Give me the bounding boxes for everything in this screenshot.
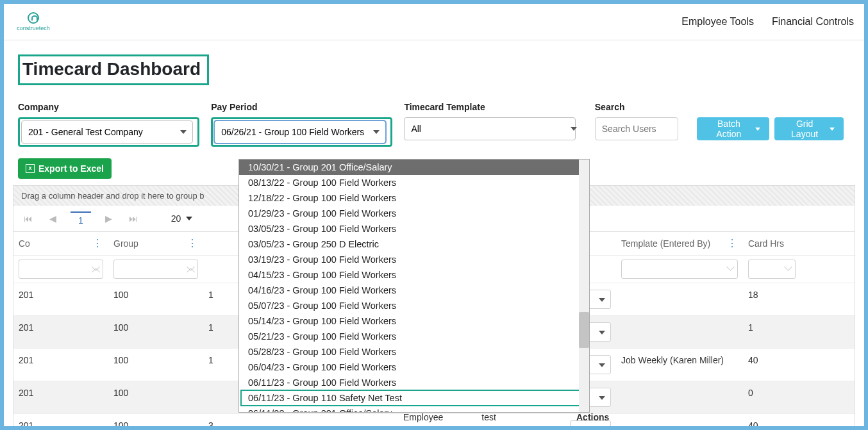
filter-group[interactable]	[113, 260, 198, 279]
cell-group: 100	[108, 414, 203, 430]
cell-hidden: 3	[203, 414, 565, 430]
cell-group: 100	[108, 283, 203, 315]
cell-hrs: 40	[743, 349, 801, 381]
column-menu-icon[interactable]: ⋮	[92, 241, 103, 246]
export-excel-button[interactable]: x Export to Excel	[18, 158, 112, 179]
pay-period-option[interactable]: 04/15/23 - Group 100 Field Workers	[239, 267, 589, 283]
pay-period-option[interactable]: 05/07/23 - Group 100 Field Workers	[239, 298, 589, 313]
pay-period-option[interactable]: 03/05/23 - Group 250 D Electric	[239, 236, 589, 252]
cell-group: 100	[108, 381, 203, 413]
batch-action-button[interactable]: Batch Action	[697, 117, 769, 140]
top-nav: Employee Tools Financial Controls	[681, 16, 854, 28]
nav-financial-controls[interactable]: Financial Controls	[772, 16, 854, 28]
top-bar: construetech Employee Tools Financial Co…	[4, 4, 864, 40]
logo: construetech	[14, 12, 53, 32]
cell-template	[616, 283, 743, 315]
cell-template	[616, 414, 743, 430]
pay-period-option[interactable]: 03/19/23 - Group 100 Field Workers	[239, 252, 589, 267]
grid-layout-button[interactable]: Grid Layout	[774, 117, 844, 140]
cell-template	[616, 381, 743, 413]
logo-icon	[28, 12, 39, 24]
pay-period-option[interactable]: 04/16/23 - Group 100 Field Workers	[239, 283, 589, 298]
col-employee-peek: Employee	[403, 412, 443, 422]
pager-last-icon[interactable]: ⏭	[126, 211, 140, 226]
caret-down-icon	[755, 128, 760, 131]
cell-hrs: 0	[743, 381, 801, 413]
company-label: Company	[18, 102, 199, 112]
template-label: Timecard Template	[404, 102, 583, 112]
pay-period-option[interactable]: 06/11/23 - Group 100 Field Workers	[239, 375, 589, 390]
col-actions-peek: Actions	[576, 412, 609, 422]
filter-hrs[interactable]	[748, 260, 796, 279]
col-template[interactable]: Template (Entered By)	[621, 238, 710, 249]
pay-period-option[interactable]: 06/04/23 - Group 100 Field Workers	[239, 360, 589, 375]
cell-hrs: 18	[743, 283, 801, 315]
cell-co: 201	[13, 283, 108, 315]
caret-down-icon[interactable]	[186, 217, 192, 220]
scrollbar-thumb[interactable]	[579, 312, 589, 348]
pay-period-option[interactable]: 10/30/21 - Group 201 Office/Salary	[239, 160, 589, 175]
cell-co: 201	[13, 381, 108, 413]
pay-period-option[interactable]: 05/21/23 - Group 100 Field Workers	[239, 329, 589, 344]
col-co[interactable]: Co	[19, 238, 30, 249]
pay-period-option[interactable]: 08/13/22 - Group 100 Field Workers	[239, 175, 589, 190]
col-card-hrs[interactable]: Card Hrs	[748, 238, 784, 249]
column-menu-icon[interactable]: ⋮	[727, 241, 737, 246]
filter-co[interactable]	[19, 260, 103, 279]
pay-period-select[interactable]: 06/26/21 - Group 100 Field Workers	[214, 120, 386, 144]
pay-period-option[interactable]: 06/11/23 - Group 110 Safety Net Test	[240, 390, 588, 406]
nav-employee-tools[interactable]: Employee Tools	[681, 16, 754, 28]
template-select[interactable]: All	[404, 117, 576, 140]
pager-next-icon[interactable]: ▶	[103, 211, 115, 226]
col-test-peek: test	[481, 412, 496, 422]
pay-period-label: Pay Period	[211, 102, 392, 112]
pager-current-page: 1	[71, 211, 91, 226]
filter-template[interactable]	[621, 260, 738, 279]
column-menu-icon[interactable]: ⋮	[187, 241, 197, 246]
page-size-value[interactable]: 20	[171, 213, 181, 224]
scrollbar[interactable]	[579, 160, 589, 412]
cell-group: 100	[108, 349, 203, 381]
cell-template	[616, 316, 743, 348]
search-label: Search	[595, 102, 686, 112]
cell-co: 201	[13, 414, 108, 430]
pay-period-option[interactable]: 12/18/22 - Group 100 Field Workers	[239, 190, 589, 206]
cell-template: Job Weekly (Karen Miller)	[616, 349, 743, 381]
pay-period-option[interactable]: 05/14/23 - Group 100 Field Workers	[239, 313, 589, 329]
cell-hrs: 1	[743, 316, 801, 348]
pay-period-option[interactable]: 03/05/23 - Group 100 Field Workers	[239, 221, 589, 236]
excel-icon: x	[26, 164, 35, 173]
cell-hrs: 40	[743, 414, 801, 430]
cell-co: 201	[13, 349, 108, 381]
pay-period-option[interactable]: 06/11/23 - Group 201 Office/Salary	[239, 406, 589, 413]
pay-period-option[interactable]: 01/29/23 - Group 100 Field Workers	[239, 206, 589, 221]
pager-prev-icon[interactable]: ◀	[47, 211, 59, 226]
search-input[interactable]	[595, 117, 678, 140]
company-select[interactable]: 201 - General Test Company	[21, 120, 193, 144]
pay-period-dropdown-list[interactable]: 10/30/21 - Group 201 Office/Salary08/13/…	[238, 159, 590, 413]
col-group[interactable]: Group	[113, 238, 138, 249]
caret-down-icon	[830, 128, 835, 131]
cell-group: 100	[108, 316, 203, 348]
page-title: Timecard Dashboard	[18, 54, 209, 85]
pay-period-option[interactable]: 05/28/23 - Group 100 Field Workers	[239, 344, 589, 360]
filter-bar: Company 201 - General Test Company Pay P…	[4, 90, 864, 156]
pager-first-icon[interactable]: ⏮	[21, 211, 35, 226]
cell-co: 201	[13, 316, 108, 348]
